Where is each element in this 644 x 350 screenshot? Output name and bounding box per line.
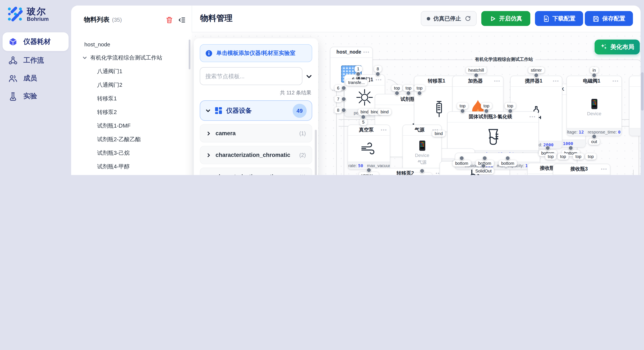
port-handle[interactable] (568, 146, 573, 150)
node-接收瓶3[interactable]: 接收瓶3•••max_volume: 250 (553, 164, 610, 175)
sidebar-item-1[interactable]: 工作流 (2, 52, 68, 69)
port-handle[interactable] (342, 86, 346, 90)
port-handle[interactable] (505, 156, 510, 161)
port-handle[interactable] (482, 156, 487, 161)
node-转移泵2[interactable]: 转移泵2•••lume: 25transfer_rate: 10 (370, 168, 445, 175)
port-7[interactable]: 7 (334, 96, 342, 102)
port-8[interactable]: 8 (374, 66, 382, 72)
tree-item[interactable]: 试剂瓶3-己烷 (71, 146, 189, 160)
sidebar-item-2[interactable]: 成员 (2, 70, 68, 87)
page-scrollbar[interactable] (641, 72, 644, 111)
valve-icon (355, 88, 374, 107)
node-menu-icon[interactable]: ••• (494, 76, 500, 86)
info-icon (205, 49, 212, 57)
port-transfe...[interactable]: transfe... (346, 79, 367, 86)
port-top[interactable]: top (585, 153, 596, 160)
category-characterization_optic[interactable]: characterization_optic(1) (200, 168, 312, 175)
collapse-panel-icon[interactable] (178, 16, 186, 24)
tree-item[interactable]: 有机化学流程综合测试工作站 (71, 51, 189, 65)
node-menu-icon[interactable]: ••• (612, 76, 619, 86)
port-handle[interactable] (420, 169, 424, 173)
tree-item[interactable]: 试剂瓶5-水 (71, 174, 189, 175)
port-handle[interactable] (376, 72, 380, 76)
download-config-button[interactable]: 下载配置 (535, 11, 583, 26)
port-top[interactable]: top (558, 153, 568, 160)
node-menu-icon[interactable]: ••• (381, 125, 387, 135)
port-handle[interactable] (342, 108, 346, 113)
port-handle[interactable] (474, 73, 478, 78)
category-camera[interactable]: camera(1) (200, 124, 312, 143)
port-top[interactable]: top (573, 153, 584, 160)
port-handle[interactable] (534, 73, 538, 78)
chevron-down-icon[interactable] (82, 55, 87, 60)
port-bind[interactable]: bind (432, 130, 445, 137)
save-config-button[interactable]: 保存配置 (585, 11, 633, 26)
node-menu-icon[interactable]: ••• (530, 112, 536, 122)
port-handle[interactable] (460, 109, 465, 113)
port-top[interactable]: top (403, 85, 414, 91)
port-bind[interactable]: bind (378, 109, 391, 115)
node-menu-icon[interactable]: ••• (376, 75, 382, 85)
port-1[interactable]: 1 (354, 66, 362, 72)
port-stirrer[interactable]: stirrer (528, 67, 544, 73)
port-handle[interactable] (546, 146, 550, 150)
node-menu-icon[interactable]: ••• (553, 76, 559, 86)
beautify-layout-button[interactable]: 美化布局 (594, 39, 640, 54)
port-top[interactable]: top (392, 85, 402, 91)
category-instruments[interactable]: 仪器设备 49 (200, 100, 312, 121)
node-电磁阀2[interactable]: 电磁阀2•••Devicevoltage: 12 (629, 76, 640, 136)
port-heatchill[interactable]: heatchill (466, 67, 486, 73)
tree-item[interactable]: host_node (71, 37, 189, 51)
tree-item[interactable]: 转移泵2 (71, 105, 189, 119)
port-8[interactable]: 8 (334, 107, 342, 113)
material-scrollbar[interactable] (189, 39, 190, 69)
tree-item[interactable]: 八通阀门2 (71, 78, 189, 92)
tree-item[interactable]: 试剂瓶4-甲醇 (71, 160, 189, 174)
node-真空泵[interactable]: 真空泵•••pump_rate: 50max_vacuum: 0.1 (348, 125, 390, 170)
node-menu-icon[interactable]: ••• (363, 47, 370, 57)
port-handle[interactable] (592, 134, 596, 139)
port-6[interactable]: 6 (334, 85, 342, 91)
collapse-all-icon[interactable] (306, 73, 312, 79)
port-5[interactable]: 5 (360, 119, 367, 125)
delete-all-button[interactable] (166, 16, 173, 24)
template-scrollbar[interactable] (315, 130, 317, 175)
port-top[interactable]: top (414, 85, 425, 91)
port-handle[interactable] (394, 91, 399, 95)
port-handle[interactable] (366, 168, 371, 173)
port-handle[interactable] (459, 156, 464, 161)
port-top[interactable]: top (457, 103, 468, 109)
port-handle[interactable] (508, 109, 512, 113)
refresh-icon[interactable] (464, 15, 471, 22)
port-top[interactable]: top (481, 103, 492, 109)
port-bottom[interactable]: bottom (452, 160, 471, 167)
play-icon (490, 15, 496, 22)
node-电磁阀1[interactable]: 电磁阀1•••Devicevoltage: 12response_time: 0… (566, 76, 622, 136)
port-handle[interactable] (342, 97, 346, 101)
sidebar-item-3[interactable]: 实验 (2, 88, 68, 105)
port-handle[interactable] (356, 72, 360, 76)
tree-item[interactable]: 转移泵1 (71, 92, 189, 105)
category-characterization_chromatic[interactable]: characterization_chromatic(2) (200, 146, 312, 164)
port-top[interactable]: top (505, 103, 516, 109)
port-SolidOut[interactable]: SolidOut (473, 168, 494, 174)
sidebar-item-0[interactable]: 仪器耗材 (2, 32, 68, 51)
port-handle[interactable] (361, 115, 366, 119)
node-menu-icon[interactable]: ••• (601, 164, 607, 174)
port-out[interactable]: out (589, 138, 600, 145)
search-input[interactable] (200, 67, 302, 85)
port-in[interactable]: in (590, 67, 598, 73)
port-bottom[interactable]: bottom (498, 160, 517, 167)
port-handle[interactable] (592, 73, 596, 78)
port-vacuu...[interactable]: vacuu... (359, 172, 379, 175)
simulation-status-badge[interactable]: 仿真已停止 (421, 11, 476, 26)
port-handle[interactable] (417, 91, 422, 95)
tree-item[interactable]: 试剂瓶1-DMF (71, 119, 189, 133)
port-handle[interactable] (481, 164, 486, 168)
tree-item[interactable]: 八通阀门1 (71, 65, 189, 78)
tree-item[interactable]: 试剂瓶2-乙酸乙酯 (71, 133, 189, 146)
start-simulation-button[interactable]: 开启仿真 (481, 11, 530, 26)
port-handle[interactable] (406, 91, 411, 95)
port-top[interactable]: top (545, 153, 556, 160)
port-handle[interactable] (484, 109, 489, 113)
